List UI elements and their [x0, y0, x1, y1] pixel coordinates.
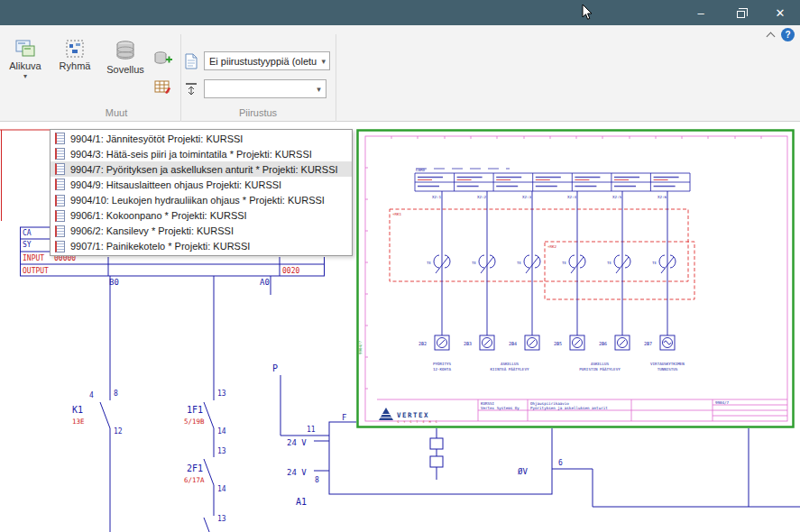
collapse-ribbon-button[interactable] [762, 27, 778, 43]
svg-text:Pyörityksen ja askelluksen ant: Pyörityksen ja askelluksen anturit [530, 406, 608, 410]
drawing-doc-icon [55, 148, 65, 160]
te-label: TE [562, 261, 567, 265]
card-header: CARD [416, 168, 426, 172]
sensor-label: 2B6 [599, 341, 607, 346]
terminal: 14 [217, 427, 226, 436]
help-icon: ? [785, 30, 790, 40]
drawing-list-item-label: 9906/1: Kokoonpano * Projekti: KURSSI [70, 210, 247, 221]
sheet-frame-lines [0, 130, 50, 221]
sheet-fit-icon [184, 81, 198, 97]
table-row-card: CA [23, 229, 32, 237]
chevron-down-icon: ▾ [317, 52, 330, 69]
chevron-down-icon: ▾ [312, 80, 326, 97]
ryhma-label: Ryhmä [60, 60, 91, 71]
restore-button[interactable] [721, 0, 760, 25]
te-label: TE [607, 261, 612, 265]
drawing-page-icon [184, 53, 198, 69]
voltage-24v: 24 V [287, 468, 307, 477]
drawing-list-item[interactable]: 9907/1: Painikekotelo * Projekti: KURSSI [51, 239, 352, 254]
x2-label: X2:1 [432, 195, 442, 199]
drawing-doc-icon [55, 225, 65, 237]
ribbon: Alikuva ▾ Ryhmä Sovellus [0, 25, 800, 122]
help-button[interactable]: ? [781, 28, 795, 41]
drawing-list-item-selected[interactable]: 9904/7: Pyörityksen ja askelluksen antur… [51, 161, 352, 177]
minimize-icon: – [697, 6, 703, 20]
component-1f1-ref: 5/19B [184, 417, 205, 426]
edit-table-button[interactable] [152, 76, 175, 99]
titlebar: – ✕ [0, 0, 800, 25]
drawing-list-item[interactable]: 9906/1: Kokoonpano * Projekti: KURSSI [51, 208, 352, 224]
svg-text:Vertex Systems Oy: Vertex Systems Oy [481, 406, 520, 410]
svg-text:9904/7: 9904/7 [715, 400, 730, 405]
restore-icon [737, 11, 745, 18]
sensor-label: 2B3 [464, 341, 472, 346]
device-a1: A1 [296, 497, 307, 507]
sensor-label: 2B7 [644, 341, 652, 346]
group-label-muut: Muut [52, 107, 180, 118]
terminal: 11 [307, 426, 316, 434]
te-label: TE [517, 261, 522, 265]
svg-text:Ohjauspiirikaavio: Ohjauspiirikaavio [530, 401, 569, 406]
vertex-logo-subtext: S Y S T E M S [398, 420, 439, 424]
svg-text:PURISTIN PÄÄTYLEVY: PURISTIN PÄÄTYLEVY [579, 367, 621, 371]
component-1f1: 1F1 [187, 405, 203, 415]
ryhma-button[interactable]: Ryhmä [52, 36, 97, 105]
drawing-list-item[interactable]: 9906/2: Kansilevy * Projekti: KURSSI [51, 224, 352, 239]
drawing-type-value: Ei piirustustyyppiä (oletu [209, 56, 317, 67]
drawing-list-item-label: 9904/1: Jännitesyötöt Projekti: KURSSI [70, 133, 243, 144]
subpicture-icon [15, 40, 35, 58]
terminal: 12 [114, 427, 123, 436]
wire-label-a0: A0 [260, 278, 270, 287]
drawing-doc-icon [55, 210, 65, 222]
close-button[interactable]: ✕ [760, 0, 800, 25]
drawing-list-item-label: 9904/9: Hitsauslaitteen ohjaus Projekti:… [70, 179, 281, 190]
group-separator [336, 34, 336, 135]
drawing-list-item[interactable]: 9904/9: Hitsauslaitteen ohjaus Projekti:… [51, 177, 352, 192]
close-icon: ✕ [776, 6, 786, 20]
chevron-up-icon [766, 32, 775, 41]
terminal: 13 [217, 515, 226, 523]
svg-text:PYÖRITYS: PYÖRITYS [433, 362, 452, 366]
component-k1: K1 [72, 405, 83, 415]
minimize-button[interactable]: – [681, 0, 721, 25]
terminal: 6 [558, 459, 563, 467]
drawing-list-item-label: 9906/2: Kansilevy * Projekti: KURSSI [70, 225, 234, 236]
application-window: – ✕ Alikuva ▾ [0, 0, 800, 532]
drawing-list-item[interactable]: 9904/10: Leukojen hydrauliikan ohjaus * … [51, 193, 352, 208]
group-label-piirustus: Piirustus [180, 107, 336, 118]
terminal: 13 [217, 390, 226, 398]
location-label: +RK2 [547, 244, 557, 249]
table-row-sy: SY [23, 241, 32, 249]
drawing-list-item-label: 9904/10: Leukojen hydrauliikan ohjaus * … [70, 195, 325, 206]
sheet-dropdown[interactable]: ▾ [204, 79, 326, 98]
drawing-list-item[interactable]: 9904/1: Jännitesyötöt Projekti: KURSSI [51, 131, 352, 146]
wire-label-b0: B0 [109, 278, 119, 287]
database-add-button[interactable] [152, 47, 175, 70]
device-f: F [342, 413, 346, 422]
preview-schematic: CARD +RK1 +RK2 [356, 129, 795, 428]
drawing-list-item[interactable]: 9904/3: Hätä-seis piiri ja toimintatila … [51, 146, 352, 161]
drawing-doc-icon [55, 195, 65, 206]
sensor-label: 2B2 [418, 341, 427, 346]
terminal: 8 [114, 390, 118, 398]
drawing-canvas[interactable]: CA SY INPUT OUTPUT 00000 0020 B0 A0 P [0, 122, 800, 532]
svg-text:12-KOHTA: 12-KOHTA [433, 367, 452, 371]
te-label: TE [472, 261, 477, 265]
svg-text:VIRTAUSKYTKIMEN: VIRTAUSKYTKIMEN [650, 362, 685, 366]
component-2f1-ref: 6/17A [184, 476, 205, 484]
location-label: +RK1 [392, 212, 402, 216]
drawing-doc-icon [55, 241, 65, 252]
sensor-label: 2B4 [509, 341, 517, 346]
svg-text:KURSSI: KURSSI [481, 401, 495, 406]
voltage-0v: ØV [518, 467, 528, 476]
table-row-input: INPUT [23, 254, 44, 262]
drawing-preview-pane[interactable]: CARD +RK1 +RK2 [356, 129, 795, 428]
drawing-list-item-label: 9904/3: Hätä-seis piiri ja toimintatila … [70, 149, 312, 160]
drawing-doc-icon [55, 163, 65, 175]
drawing-type-dropdown[interactable]: Ei piirustustyyppiä (oletu ▾ [204, 51, 330, 70]
x2-label: X2:6 [657, 195, 667, 199]
drawing-list-item-label: 9907/1: Painikekotelo * Projekti: KURSSI [70, 241, 250, 252]
sovellus-button[interactable]: Sovellus [101, 36, 150, 105]
svg-text:TUNNISTUS: TUNNISTUS [657, 367, 678, 371]
alikuva-button[interactable]: Alikuva ▾ [4, 36, 47, 105]
